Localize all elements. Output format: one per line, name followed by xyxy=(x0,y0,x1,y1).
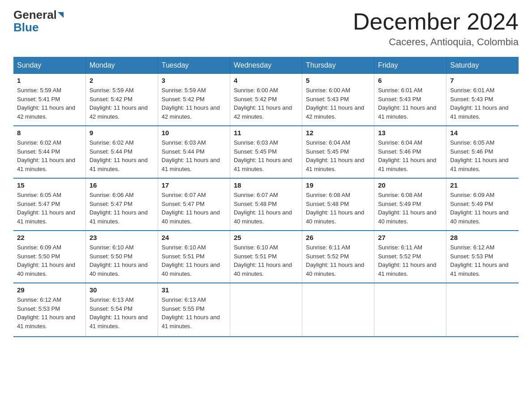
day-info: Sunrise: 6:03 AM Sunset: 5:44 PM Dayligh… xyxy=(162,138,226,173)
day-cell xyxy=(230,283,302,337)
page-header: General Blue December 2024 Caceres, Anti… xyxy=(13,9,519,48)
calendar-title: December 2024 xyxy=(353,9,519,34)
day-cell: 13Sunrise: 6:04 AM Sunset: 5:46 PM Dayli… xyxy=(374,126,446,178)
day-number: 14 xyxy=(450,129,515,137)
day-number: 25 xyxy=(234,234,298,241)
day-cell: 28Sunrise: 6:12 AM Sunset: 5:53 PM Dayli… xyxy=(446,231,519,283)
day-cell xyxy=(446,283,519,337)
day-cell: 7Sunrise: 6:01 AM Sunset: 5:43 PM Daylig… xyxy=(446,74,519,126)
day-number: 2 xyxy=(90,77,154,84)
calendar-subtitle: Caceres, Antioquia, Colombia xyxy=(353,36,519,48)
calendar-table: Sunday Monday Tuesday Wednesday Thursday… xyxy=(13,57,519,337)
day-info: Sunrise: 6:00 AM Sunset: 5:42 PM Dayligh… xyxy=(234,86,298,121)
week-row-5: 29Sunrise: 6:12 AM Sunset: 5:53 PM Dayli… xyxy=(13,283,519,337)
header-tuesday: Tuesday xyxy=(158,57,230,74)
header-sunday: Sunday xyxy=(13,57,86,74)
day-cell: 21Sunrise: 6:09 AM Sunset: 5:49 PM Dayli… xyxy=(446,178,519,231)
day-info: Sunrise: 6:05 AM Sunset: 5:47 PM Dayligh… xyxy=(17,191,82,226)
day-cell: 3Sunrise: 5:59 AM Sunset: 5:42 PM Daylig… xyxy=(158,74,230,126)
day-info: Sunrise: 6:02 AM Sunset: 5:44 PM Dayligh… xyxy=(17,138,82,173)
day-number: 30 xyxy=(90,286,154,294)
day-number: 26 xyxy=(306,234,370,241)
day-number: 19 xyxy=(306,181,370,189)
day-info: Sunrise: 6:09 AM Sunset: 5:49 PM Dayligh… xyxy=(450,191,515,226)
day-info: Sunrise: 6:12 AM Sunset: 5:53 PM Dayligh… xyxy=(17,295,82,330)
calendar-header: Sunday Monday Tuesday Wednesday Thursday… xyxy=(13,57,519,74)
day-cell: 27Sunrise: 6:11 AM Sunset: 5:52 PM Dayli… xyxy=(374,231,446,283)
day-cell xyxy=(374,283,446,337)
header-saturday: Saturday xyxy=(446,57,519,74)
day-info: Sunrise: 6:10 AM Sunset: 5:51 PM Dayligh… xyxy=(234,243,298,278)
day-info: Sunrise: 6:01 AM Sunset: 5:43 PM Dayligh… xyxy=(378,86,442,121)
day-number: 27 xyxy=(378,234,442,241)
day-number: 23 xyxy=(90,234,154,241)
day-info: Sunrise: 6:13 AM Sunset: 5:55 PM Dayligh… xyxy=(162,295,226,330)
day-cell: 2Sunrise: 5:59 AM Sunset: 5:42 PM Daylig… xyxy=(86,74,158,126)
day-number: 17 xyxy=(162,181,226,189)
day-cell: 12Sunrise: 6:04 AM Sunset: 5:45 PM Dayli… xyxy=(302,126,374,178)
day-cell: 24Sunrise: 6:10 AM Sunset: 5:51 PM Dayli… xyxy=(158,231,230,283)
day-info: Sunrise: 6:01 AM Sunset: 5:43 PM Dayligh… xyxy=(450,86,515,121)
header-row: Sunday Monday Tuesday Wednesday Thursday… xyxy=(13,57,519,74)
day-number: 12 xyxy=(306,129,370,137)
week-row-3: 15Sunrise: 6:05 AM Sunset: 5:47 PM Dayli… xyxy=(13,178,519,231)
day-number: 29 xyxy=(17,286,82,294)
day-number: 5 xyxy=(306,77,370,84)
day-cell: 19Sunrise: 6:08 AM Sunset: 5:48 PM Dayli… xyxy=(302,178,374,231)
calendar-body: 1Sunrise: 5:59 AM Sunset: 5:41 PM Daylig… xyxy=(13,74,519,337)
day-number: 28 xyxy=(450,234,515,241)
day-cell: 11Sunrise: 6:03 AM Sunset: 5:45 PM Dayli… xyxy=(230,126,302,178)
day-number: 16 xyxy=(90,181,154,189)
day-cell: 10Sunrise: 6:03 AM Sunset: 5:44 PM Dayli… xyxy=(158,126,230,178)
day-cell: 9Sunrise: 6:02 AM Sunset: 5:44 PM Daylig… xyxy=(86,126,158,178)
day-info: Sunrise: 6:08 AM Sunset: 5:48 PM Dayligh… xyxy=(306,191,370,226)
day-info: Sunrise: 6:12 AM Sunset: 5:53 PM Dayligh… xyxy=(450,243,515,278)
day-cell: 25Sunrise: 6:10 AM Sunset: 5:51 PM Dayli… xyxy=(230,231,302,283)
day-cell: 16Sunrise: 6:06 AM Sunset: 5:47 PM Dayli… xyxy=(86,178,158,231)
day-cell: 30Sunrise: 6:13 AM Sunset: 5:54 PM Dayli… xyxy=(86,283,158,337)
header-friday: Friday xyxy=(374,57,446,74)
day-number: 31 xyxy=(162,286,226,294)
logo-arrow-icon xyxy=(58,12,64,18)
day-cell: 6Sunrise: 6:01 AM Sunset: 5:43 PM Daylig… xyxy=(374,74,446,126)
day-cell xyxy=(302,283,374,337)
day-cell: 5Sunrise: 6:00 AM Sunset: 5:43 PM Daylig… xyxy=(302,74,374,126)
day-cell: 23Sunrise: 6:10 AM Sunset: 5:50 PM Dayli… xyxy=(86,231,158,283)
day-number: 7 xyxy=(450,77,515,84)
header-wednesday: Wednesday xyxy=(230,57,302,74)
day-info: Sunrise: 6:02 AM Sunset: 5:44 PM Dayligh… xyxy=(90,138,154,173)
logo-blue-text: Blue xyxy=(13,21,39,34)
day-info: Sunrise: 6:10 AM Sunset: 5:51 PM Dayligh… xyxy=(162,243,226,278)
day-number: 6 xyxy=(378,77,442,84)
week-row-1: 1Sunrise: 5:59 AM Sunset: 5:41 PM Daylig… xyxy=(13,74,519,126)
day-cell: 1Sunrise: 5:59 AM Sunset: 5:41 PM Daylig… xyxy=(13,74,86,126)
day-number: 20 xyxy=(378,181,442,189)
day-cell: 29Sunrise: 6:12 AM Sunset: 5:53 PM Dayli… xyxy=(13,283,86,337)
day-info: Sunrise: 6:05 AM Sunset: 5:46 PM Dayligh… xyxy=(450,138,515,173)
header-monday: Monday xyxy=(86,57,158,74)
day-info: Sunrise: 6:10 AM Sunset: 5:50 PM Dayligh… xyxy=(90,243,154,278)
day-cell: 31Sunrise: 6:13 AM Sunset: 5:55 PM Dayli… xyxy=(158,283,230,337)
day-info: Sunrise: 6:11 AM Sunset: 5:52 PM Dayligh… xyxy=(378,243,442,278)
day-info: Sunrise: 5:59 AM Sunset: 5:41 PM Dayligh… xyxy=(17,86,82,121)
day-cell: 17Sunrise: 6:07 AM Sunset: 5:47 PM Dayli… xyxy=(158,178,230,231)
day-number: 13 xyxy=(378,129,442,137)
day-info: Sunrise: 6:04 AM Sunset: 5:46 PM Dayligh… xyxy=(378,138,442,173)
day-number: 15 xyxy=(17,181,82,189)
day-number: 8 xyxy=(17,129,82,137)
day-info: Sunrise: 6:07 AM Sunset: 5:48 PM Dayligh… xyxy=(234,191,298,226)
day-cell: 20Sunrise: 6:08 AM Sunset: 5:49 PM Dayli… xyxy=(374,178,446,231)
day-number: 21 xyxy=(450,181,515,189)
day-cell: 4Sunrise: 6:00 AM Sunset: 5:42 PM Daylig… xyxy=(230,74,302,126)
day-info: Sunrise: 5:59 AM Sunset: 5:42 PM Dayligh… xyxy=(162,86,226,121)
day-info: Sunrise: 6:00 AM Sunset: 5:43 PM Dayligh… xyxy=(306,86,370,121)
day-info: Sunrise: 5:59 AM Sunset: 5:42 PM Dayligh… xyxy=(90,86,154,121)
title-block: December 2024 Caceres, Antioquia, Colomb… xyxy=(353,9,519,48)
day-info: Sunrise: 6:06 AM Sunset: 5:47 PM Dayligh… xyxy=(90,191,154,226)
week-row-2: 8Sunrise: 6:02 AM Sunset: 5:44 PM Daylig… xyxy=(13,126,519,178)
day-number: 11 xyxy=(234,129,298,137)
day-info: Sunrise: 6:07 AM Sunset: 5:47 PM Dayligh… xyxy=(162,191,226,226)
header-thursday: Thursday xyxy=(302,57,374,74)
day-info: Sunrise: 6:13 AM Sunset: 5:54 PM Dayligh… xyxy=(90,295,154,330)
day-cell: 18Sunrise: 6:07 AM Sunset: 5:48 PM Dayli… xyxy=(230,178,302,231)
